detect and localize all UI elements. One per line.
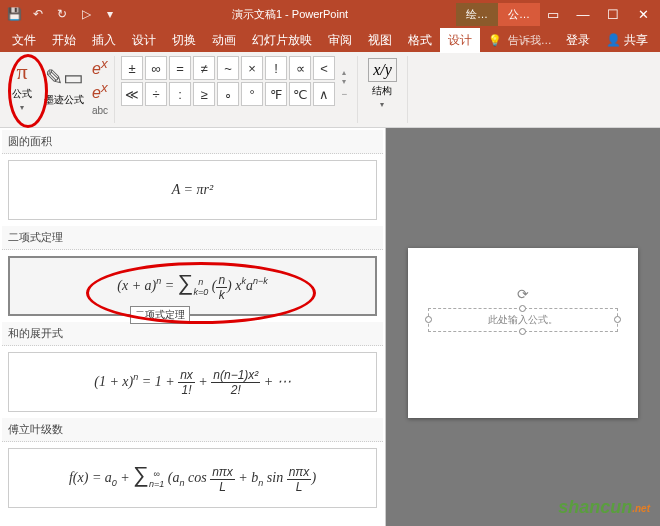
undo-icon[interactable]: ↶ xyxy=(30,6,46,22)
resize-handle-left[interactable] xyxy=(425,316,432,323)
share-icon: 👤 xyxy=(606,33,621,47)
chevron-down-icon: ▾ xyxy=(20,103,24,112)
gallery-item-fourier-series[interactable]: f(x) = a0 + ∑∞n=1 (an cos nπxL + bn sin … xyxy=(8,448,377,508)
tooltip-binomial: 二项式定理 xyxy=(130,306,190,324)
tab-insert[interactable]: 插入 xyxy=(84,28,124,53)
gallery-section-binomial: 二项式定理 xyxy=(2,226,383,250)
rotate-handle-icon[interactable]: ⟳ xyxy=(517,286,529,302)
redo-icon[interactable]: ↻ xyxy=(54,6,70,22)
gallery-item-area-of-circle[interactable]: A = πr² xyxy=(8,160,377,220)
tab-slideshow[interactable]: 幻灯片放映 xyxy=(244,28,320,53)
title-bar: 💾 ↶ ↻ ▷ ▾ 演示文稿1 - PowerPoint 绘… 公… ▭ — ☐… xyxy=(0,0,660,28)
slide-editing-area[interactable]: ⟳ 此处输入公式。 xyxy=(386,128,660,526)
resize-handle-right[interactable] xyxy=(614,316,621,323)
symbol-plus-minus[interactable]: ± xyxy=(121,56,143,80)
chevron-up-icon: ▴ xyxy=(342,68,346,77)
professional-format-button[interactable]: ex xyxy=(92,56,108,78)
ribbon-tabs: 文件 开始 插入 设计 切换 动画 幻灯片放映 审阅 视图 格式 设计 💡 告诉… xyxy=(0,28,660,52)
tab-animation[interactable]: 动画 xyxy=(204,28,244,53)
symbol-colon[interactable]: : xyxy=(169,82,191,106)
tab-review[interactable]: 审阅 xyxy=(320,28,360,53)
symbol-geq[interactable]: ≥ xyxy=(193,82,215,106)
ribbon-group-tools: π 公式 ▾ ✎▭ 墨迹公式 ex ex abc xyxy=(2,56,115,123)
window-controls: ▭ — ☐ ✕ xyxy=(540,7,660,22)
ribbon-group-structures: x/y 结构 ▾ xyxy=(358,56,408,123)
symbol-tilde[interactable]: ~ xyxy=(217,56,239,80)
symbol-not-equals[interactable]: ≠ xyxy=(193,56,215,80)
minimize-icon[interactable]: — xyxy=(570,7,596,22)
symbol-times[interactable]: × xyxy=(241,56,263,80)
tab-format[interactable]: 格式 xyxy=(400,28,440,53)
symbol-infinity[interactable]: ∞ xyxy=(145,56,167,80)
chevron-down-icon: ▾ xyxy=(342,77,346,86)
signin-link[interactable]: 登录 xyxy=(558,28,598,53)
symbol-equals[interactable]: = xyxy=(169,56,191,80)
resize-handle-bottom[interactable] xyxy=(519,328,526,335)
tab-design[interactable]: 设计 xyxy=(124,28,164,53)
save-icon[interactable]: 💾 xyxy=(6,6,22,22)
contextual-equation-tools[interactable]: 公… xyxy=(498,3,540,26)
quick-access-toolbar: 💾 ↶ ↻ ▷ ▾ xyxy=(0,6,124,22)
tab-transition[interactable]: 切换 xyxy=(164,28,204,53)
equation-gallery-panel[interactable]: 圆的面积 A = πr² 二项式定理 (x + a)n = ∑nk=0 (nk)… xyxy=(0,128,386,526)
tab-equation-design[interactable]: 设计 xyxy=(440,28,480,53)
gallery-item-sum-expansion[interactable]: (1 + x)n = 1 + nx1! + n(n−1)x²2! + ⋯ xyxy=(8,352,377,412)
symbol-less-than[interactable]: < xyxy=(313,56,335,80)
chevron-down-icon: ▾ xyxy=(380,100,384,109)
symbol-wedge[interactable]: ∧ xyxy=(313,82,335,106)
tell-me-input[interactable]: 告诉我… xyxy=(502,33,558,48)
contextual-drawing-tools[interactable]: 绘… xyxy=(456,3,498,26)
symbol-degree[interactable]: ° xyxy=(241,82,263,106)
gallery-section-fourier: 傅立叶级数 xyxy=(2,418,383,442)
content-area: 圆的面积 A = πr² 二项式定理 (x + a)n = ∑nk=0 (nk)… xyxy=(0,128,660,526)
dropdown-icon: ⎯ xyxy=(342,86,347,95)
tab-home[interactable]: 开始 xyxy=(44,28,84,53)
symbol-fahrenheit[interactable]: ℉ xyxy=(265,82,287,106)
symbol-celsius[interactable]: ℃ xyxy=(289,82,311,106)
pi-icon: π xyxy=(16,59,27,85)
ribbon-options-icon[interactable]: ▭ xyxy=(540,7,566,22)
normal-text-button[interactable]: abc xyxy=(92,105,108,116)
equation-fourier-series: f(x) = a0 + ∑∞n=1 (an cos nπxL + bn sin … xyxy=(69,462,316,493)
fraction-structure-icon: x/y xyxy=(368,58,397,82)
equation-placeholder[interactable]: 此处输入公式。 xyxy=(428,308,618,332)
equation-sum-expansion: (1 + x)n = 1 + nx1! + n(n−1)x²2! + ⋯ xyxy=(94,368,291,397)
symbol-much-less[interactable]: ≪ xyxy=(121,82,143,106)
lightbulb-icon: 💡 xyxy=(488,34,502,47)
equation-binomial-theorem: (x + a)n = ∑nk=0 (nk) xkan−k xyxy=(117,270,267,301)
gallery-section-sum-expansion: 和的展开式 xyxy=(2,322,383,346)
symbol-grid: ± ∞ = ≠ ~ × ! ∝ < ≪ ÷ : ≥ ∘ ° ℉ ℃ ∧ xyxy=(121,56,335,106)
gallery-section-area-of-circle: 圆的面积 xyxy=(2,130,383,154)
equation-dropdown-button[interactable]: π 公式 ▾ xyxy=(8,57,36,114)
close-icon[interactable]: ✕ xyxy=(630,7,656,22)
ribbon-group-symbols: ± ∞ = ≠ ~ × ! ∝ < ≪ ÷ : ≥ ∘ ° ℉ ℃ ∧ ▴ xyxy=(115,56,358,123)
symbol-proportional[interactable]: ∝ xyxy=(289,56,311,80)
maximize-icon[interactable]: ☐ xyxy=(600,7,626,22)
start-from-beginning-icon[interactable]: ▷ xyxy=(78,6,94,22)
symbol-factorial[interactable]: ! xyxy=(265,56,287,80)
ribbon: π 公式 ▾ ✎▭ 墨迹公式 ex ex abc ± ∞ = ≠ ~ xyxy=(0,52,660,128)
equation-area-of-circle: A = πr² xyxy=(172,182,213,198)
customize-qat-icon[interactable]: ▾ xyxy=(102,6,118,22)
linear-format-button[interactable]: ex xyxy=(92,80,108,102)
symbol-divide[interactable]: ÷ xyxy=(145,82,167,106)
ink-equation-button[interactable]: ✎▭ 墨迹公式 xyxy=(40,63,88,109)
resize-handle-top[interactable] xyxy=(519,305,526,312)
share-button[interactable]: 👤 共享 xyxy=(598,28,656,53)
tab-file[interactable]: 文件 xyxy=(4,28,44,53)
structures-dropdown[interactable]: x/y 结构 ▾ xyxy=(364,56,401,111)
ink-icon: ✎▭ xyxy=(45,65,84,91)
symbol-gallery-more[interactable]: ▴ ▾ ⎯ xyxy=(337,56,351,106)
gallery-item-binomial-theorem[interactable]: (x + a)n = ∑nk=0 (nk) xkan−k 二项式定理 xyxy=(8,256,377,316)
placeholder-text: 此处输入公式。 xyxy=(488,313,558,327)
tab-view[interactable]: 视图 xyxy=(360,28,400,53)
contextual-tabs: 绘… 公… xyxy=(456,3,540,26)
document-title: 演示文稿1 - PowerPoint xyxy=(124,7,456,22)
symbol-ring[interactable]: ∘ xyxy=(217,82,239,106)
watermark: shancun.net xyxy=(558,497,650,518)
slide-canvas[interactable]: ⟳ 此处输入公式。 xyxy=(408,248,638,418)
